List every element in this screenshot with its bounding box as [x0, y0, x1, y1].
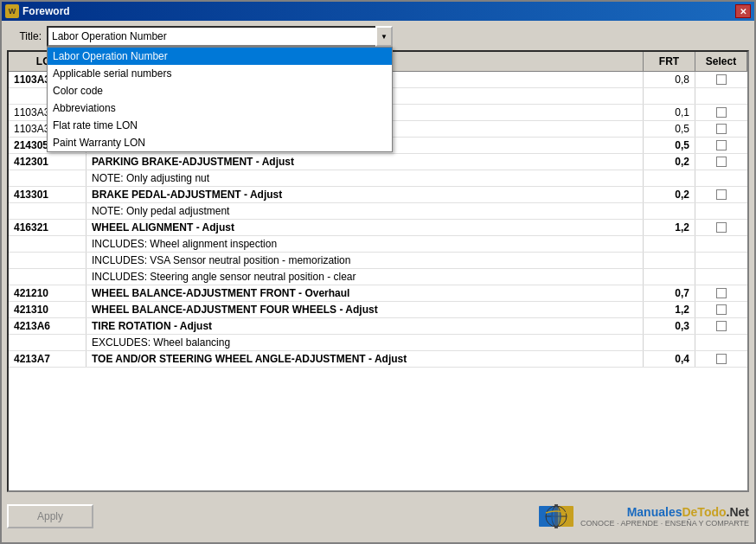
dropdown-item-2[interactable]: Color code: [48, 82, 392, 99]
row-checkbox[interactable]: [716, 321, 727, 331]
cell-select: [695, 105, 747, 120]
cell-lon: 4213A6: [9, 318, 86, 334]
cell-select: [695, 88, 747, 104]
cell-frt: [644, 335, 695, 350]
cell-frt: 0,2: [644, 154, 695, 170]
apply-button[interactable]: Apply: [7, 504, 93, 528]
cell-lon: [9, 170, 86, 186]
header-frt: FRT: [644, 52, 695, 71]
cell-frt: [644, 236, 695, 252]
cell-frt: 1,2: [644, 220, 695, 235]
window-title: Foreword: [22, 5, 70, 17]
cell-desc: INCLUDES: Wheel alignment inspection: [86, 236, 644, 252]
foreword-window: W Foreword ✕ Title: Labor Operation Numb…: [0, 0, 756, 544]
select-dropdown-arrow[interactable]: ▼: [375, 26, 393, 47]
cell-desc: INCLUDES: VSA Sensor neutral position - …: [86, 253, 644, 268]
cell-frt: [644, 269, 695, 285]
cell-frt: [644, 170, 695, 186]
cell-desc: WHEEL BALANCE-ADJUSTMENT FOUR WHEELS - A…: [86, 302, 644, 317]
table-row: NOTE: Only pedal adjustment: [9, 203, 747, 220]
cell-select: [695, 269, 747, 285]
cell-select: [695, 253, 747, 268]
close-button[interactable]: ✕: [735, 4, 751, 18]
cell-desc: BRAKE PEDAL-ADJUSTMENT - Adjust: [86, 187, 644, 202]
table-row: 421310 WHEEL BALANCE-ADJUSTMENT FOUR WHE…: [9, 302, 747, 318]
cell-lon: [9, 236, 86, 252]
cell-select: [695, 285, 747, 301]
cell-frt: 0,7: [644, 285, 695, 301]
table-row: INCLUDES: Steering angle sensor neutral …: [9, 269, 747, 285]
window-body: Title: Labor Operation Number ▼ Labor Op…: [2, 21, 754, 542]
table-row: EXCLUDES: Wheel balancing: [9, 335, 747, 351]
cell-lon: 413301: [9, 187, 86, 202]
row-checkbox[interactable]: [716, 157, 727, 167]
cell-desc: NOTE: Only pedal adjustment: [86, 203, 644, 219]
row-checkbox[interactable]: [716, 288, 727, 298]
table-row: 421210 WHEEL BALANCE-ADJUSTMENT FRONT - …: [9, 285, 747, 302]
tagline: CONOCE · APRENDE · ENSEÑA Y COMPARTE: [580, 519, 749, 528]
cell-select: [695, 187, 747, 202]
table-row: INCLUDES: Wheel alignment inspection: [9, 236, 747, 253]
bottom-bar: Apply Manuale: [7, 496, 749, 537]
title-row: Title: Labor Operation Number ▼ Labor Op…: [7, 26, 749, 47]
table-row: NOTE: Only adjusting nut: [9, 170, 747, 187]
table-row: INCLUDES: VSA Sensor neutral position - …: [9, 253, 747, 269]
table-row: 4213A6 TIRE ROTATION - Adjust 0,3: [9, 318, 747, 335]
table-row: 416321 WHEEL ALIGNMENT - Adjust 1,2: [9, 220, 747, 236]
brand-name: ManualesDeTodo.Net: [580, 505, 749, 519]
row-checkbox[interactable]: [716, 74, 727, 85]
cell-desc: NOTE: Only adjusting nut: [86, 170, 644, 186]
cell-select: [695, 236, 747, 252]
cell-lon: [9, 269, 86, 285]
cell-frt: 1,2: [644, 302, 695, 317]
cell-lon: [9, 203, 86, 219]
cell-frt: 0,1: [644, 105, 695, 120]
row-checkbox[interactable]: [716, 189, 727, 200]
dropdown-overlay: Labor Operation Number Applicable serial…: [47, 47, 393, 152]
cell-desc: TIRE ROTATION - Adjust: [86, 318, 644, 334]
cell-frt: 0,5: [644, 138, 695, 153]
cell-desc: EXCLUDES: Wheel balancing: [86, 335, 644, 350]
title-label: Title:: [7, 30, 42, 42]
cell-desc: WHEEL ALIGNMENT - Adjust: [86, 220, 644, 235]
dropdown-item-0[interactable]: Labor Operation Number: [48, 48, 392, 65]
title-select-wrapper: Labor Operation Number ▼ Labor Operation…: [47, 26, 393, 47]
cell-select: [695, 302, 747, 317]
title-bar: W Foreword ✕: [2, 2, 754, 21]
table-row: 412301 PARKING BRAKE-ADJUSTMENT - Adjust…: [9, 154, 747, 170]
row-checkbox[interactable]: [716, 107, 727, 118]
title-select-display[interactable]: Labor Operation Number: [47, 26, 393, 47]
cell-lon: 421210: [9, 285, 86, 301]
cell-select: [695, 154, 747, 170]
cell-frt: 0,5: [644, 121, 695, 137]
watermark: ManualesDeTodo.Net CONOCE · APRENDE · EN…: [537, 499, 749, 534]
cell-lon: 421310: [9, 302, 86, 317]
cell-select: [695, 203, 747, 219]
cell-select: [695, 72, 747, 87]
dropdown-item-1[interactable]: Applicable serial numbers: [48, 65, 392, 82]
row-checkbox[interactable]: [716, 124, 727, 134]
cell-select: [695, 121, 747, 137]
cell-lon: 416321: [9, 220, 86, 235]
header-select: Select: [695, 52, 747, 71]
cell-select: [695, 351, 747, 367]
cell-desc: WHEEL BALANCE-ADJUSTMENT FRONT - Overhau…: [86, 285, 644, 301]
cell-select: [695, 138, 747, 153]
cell-frt: [644, 253, 695, 268]
dropdown-item-4[interactable]: Flat rate time LON: [48, 117, 392, 134]
row-checkbox[interactable]: [716, 354, 727, 364]
cell-select: [695, 170, 747, 186]
row-checkbox[interactable]: [716, 140, 727, 150]
table-row: 4213A7 TOE AND/OR STEERING WHEEL ANGLE-A…: [9, 351, 747, 368]
dropdown-item-3[interactable]: Abbreviations: [48, 99, 392, 117]
title-bar-content: W Foreword: [5, 4, 70, 18]
cell-desc: INCLUDES: Steering angle sensor neutral …: [86, 269, 644, 285]
cell-lon: 412301: [9, 154, 86, 170]
cell-select: [695, 220, 747, 235]
cell-desc: PARKING BRAKE-ADJUSTMENT - Adjust: [86, 154, 644, 170]
row-checkbox[interactable]: [716, 222, 727, 233]
dropdown-item-5[interactable]: Paint Warranty LON: [48, 134, 392, 151]
cell-frt: 0,8: [644, 72, 695, 87]
row-checkbox[interactable]: [716, 304, 727, 315]
cell-frt: [644, 203, 695, 219]
